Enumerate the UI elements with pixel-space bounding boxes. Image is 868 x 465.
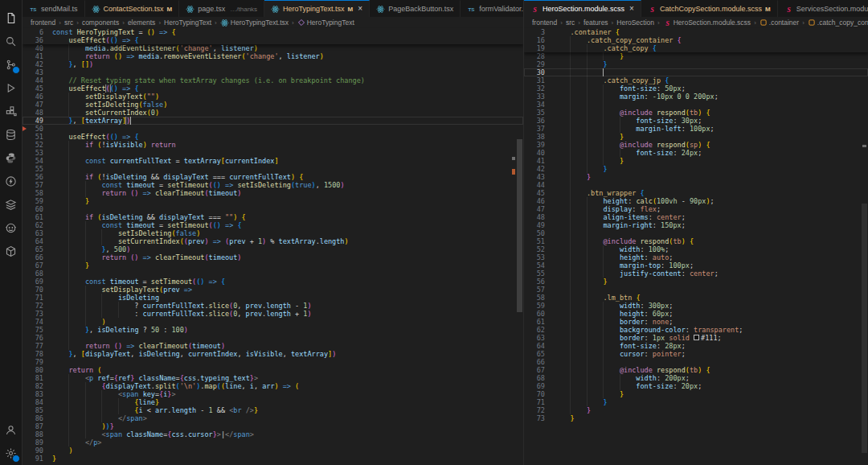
code-line[interactable]: 66 [524, 358, 868, 366]
code-line[interactable]: 71 isDeleting [23, 294, 523, 302]
code-line[interactable]: 59 width: 300px; [524, 302, 868, 310]
code-line[interactable]: 57 [524, 286, 868, 294]
code-line[interactable]: 64 font-size: 28px; [524, 342, 868, 350]
code-line[interactable]: 82 {displayText.split('\n').map((line, i… [23, 382, 523, 390]
code-line[interactable]: 70 } [524, 390, 868, 398]
breadcrumb-item[interactable]: elements [128, 19, 156, 27]
tab-HeroTypingText.tsx[interactable]: HeroTypingText.tsxM× [264, 0, 370, 17]
code-line[interactable]: 55 justify-content: center; [524, 270, 868, 278]
code-editor[interactable]: 6const HeroTypingText = () => {36 useEff… [23, 28, 523, 465]
code-line[interactable]: 56 } [524, 278, 868, 286]
code-line[interactable]: 89 </p> [23, 438, 523, 446]
code-line[interactable]: 40 font-size: 24px; [524, 149, 868, 157]
code-line[interactable]: 69 font-size: 20px; [524, 382, 868, 390]
code-line[interactable]: 68 [23, 270, 523, 278]
code-line[interactable]: 30 [524, 68, 868, 76]
code-line[interactable]: 42 }, []) [23, 60, 523, 68]
code-line[interactable]: 74 ) [23, 318, 523, 326]
activity-bar-item-robot[interactable] [0, 216, 23, 240]
code-editor[interactable]: 3 .container {16 .catch_copy_container {… [524, 28, 868, 465]
code-line[interactable]: 43 } [524, 173, 868, 181]
activity-bar-item-settings[interactable] [0, 442, 23, 465]
code-line[interactable]: 90 ) [23, 446, 523, 455]
code-line[interactable]: 46 height: calc(100vh - 90px); [524, 197, 868, 205]
code-line[interactable]: 73 : currentFullText.slice(0, prev.lengt… [23, 310, 523, 318]
code-line[interactable]: 75 }, isDeleting ? 50 : 100) [23, 326, 523, 334]
code-line[interactable]: 70 setDisplayText(prev => [23, 286, 523, 294]
code-line[interactable]: 60 [23, 205, 523, 213]
tab-PageBackButton.tsx[interactable]: PageBackButton.tsx [370, 0, 461, 17]
code-line[interactable]: 78 }, [displayText, isDeleting, currentI… [23, 350, 523, 358]
code-line[interactable]: 53 height: auto; [524, 253, 868, 261]
code-line[interactable]: 31 .catch_copy_jp { [524, 76, 868, 84]
code-line[interactable]: 48 setCurrentIndex(0) [23, 109, 523, 117]
code-line[interactable]: 63 setIsDeleting(false) [23, 229, 523, 237]
code-line[interactable]: 52 width: 100%; [524, 245, 868, 253]
close-icon[interactable]: × [629, 5, 634, 13]
code-line[interactable]: 58 .lm_btn { [524, 294, 868, 302]
code-line[interactable]: 47 display: flex; [524, 205, 868, 213]
code-line[interactable]: 60 height: 60px; [524, 310, 868, 318]
code-line[interactable]: 72 } [524, 406, 868, 414]
tab-ServicesSection.module.scss[interactable]: SServicesSection.module.scss [778, 0, 868, 17]
scrollbar-slider[interactable] [862, 204, 867, 453]
code-line[interactable]: 45 .btn_wrapper { [524, 189, 868, 197]
code-line[interactable]: 66 return () => clearTimeout(timeout) [23, 253, 523, 261]
activity-bar-item-explorer[interactable] [0, 6, 23, 30]
code-line[interactable]: 41 } [524, 157, 868, 165]
code-line[interactable]: 79 [23, 358, 523, 366]
code-line[interactable]: 51 @include respond(tb) { [524, 237, 868, 245]
breadcrumb-item[interactable]: HeroSection [616, 19, 654, 27]
code-line[interactable]: 83 <span key={i}> [23, 390, 523, 398]
code-line[interactable]: 80 return ( [23, 366, 523, 374]
code-line[interactable]: 62 const timeout = setTimeout(() => { [23, 221, 523, 229]
code-line[interactable]: 72 ? currentFullText.slice(0, prev.lengt… [23, 302, 523, 310]
tab-ContactSection.tsx[interactable]: ContactSection.tsxM [85, 0, 180, 17]
sticky-line[interactable]: 3 .container { [524, 28, 868, 36]
code-line[interactable]: 56 if (!isDeleting && displayText === cu… [23, 173, 523, 181]
code-line[interactable]: 36 font-size: 30px; [524, 117, 868, 125]
code-line[interactable]: 57 const timeout = setTimeout(() => setI… [23, 181, 523, 189]
code-line[interactable]: 63 border: 1px solid #111; [524, 334, 868, 342]
code-line[interactable]: 58 return () => clearTimeout(timeout) [23, 189, 523, 197]
breadcrumb-item[interactable]: src [566, 19, 575, 27]
code-line[interactable]: 67 @include respond(tb) { [524, 366, 868, 374]
close-icon[interactable]: × [358, 5, 362, 13]
code-line[interactable]: 46 setDisplayText("") [23, 93, 523, 101]
activity-bar-item-source-control[interactable] [0, 53, 23, 76]
activity-bar-item-layers[interactable] [0, 193, 23, 216]
breadcrumb-item[interactable]: HeroTypingText [164, 19, 211, 27]
code-line[interactable]: 35 @include respond(tb) { [524, 109, 868, 117]
breadcrumb-item[interactable]: features [583, 19, 608, 27]
tab-sendMail.ts[interactable]: TSsendMail.ts [23, 0, 85, 17]
tab-CatchCopySection.module.scss[interactable]: SCatchCopySection.module.scssM [641, 0, 778, 17]
code-line[interactable]: 29 } [524, 60, 868, 68]
code-line[interactable]: 55 [23, 165, 523, 173]
activity-bar-item-search[interactable] [0, 30, 23, 53]
code-line[interactable]: 43 [23, 68, 523, 76]
code-line[interactable]: 91} [23, 455, 523, 463]
code-line[interactable]: 37 margin-left: 100px; [524, 125, 868, 133]
code-line[interactable]: 54 margin-top: 100px; [524, 261, 868, 270]
breadcrumb-item[interactable]: .container [760, 19, 799, 27]
code-line[interactable]: 61 border: none; [524, 318, 868, 326]
code-line[interactable]: 64 setCurrentIndex((prev) => (prev + 1) … [23, 237, 523, 245]
code-line[interactable]: 86 </span> [23, 414, 523, 422]
code-line[interactable]: 65 cursor: pointer; [524, 350, 868, 358]
code-line[interactable]: 77 return () => clearTimeout(timeout) [23, 342, 523, 350]
code-line[interactable]: 88 <span className={css.cursor}>|</span> [23, 430, 523, 438]
activity-bar-item-thunder-client[interactable] [0, 170, 23, 193]
breadcrumb-item[interactable]: frontend [532, 19, 557, 27]
activity-bar-item-python[interactable] [0, 146, 23, 170]
sticky-line[interactable]: 19 .catch_copy { [524, 44, 868, 52]
code-line[interactable]: 61 if (isDeleting && displayText === "")… [23, 213, 523, 221]
code-line[interactable]: 34 [524, 101, 868, 109]
code-line[interactable]: 41 return () => media.removeEventListene… [23, 52, 523, 60]
code-line[interactable]: 67 } [23, 261, 523, 270]
activity-bar-item-database[interactable] [0, 123, 23, 146]
breadcrumb-item[interactable]: HeroTypingText [297, 19, 354, 27]
code-line[interactable]: 42 } [524, 165, 868, 173]
code-line[interactable]: 44 [524, 181, 868, 189]
code-line[interactable]: 45 useEffect(() => { [23, 84, 523, 93]
code-line[interactable]: 47 setIsDeleting(false) [23, 101, 523, 109]
